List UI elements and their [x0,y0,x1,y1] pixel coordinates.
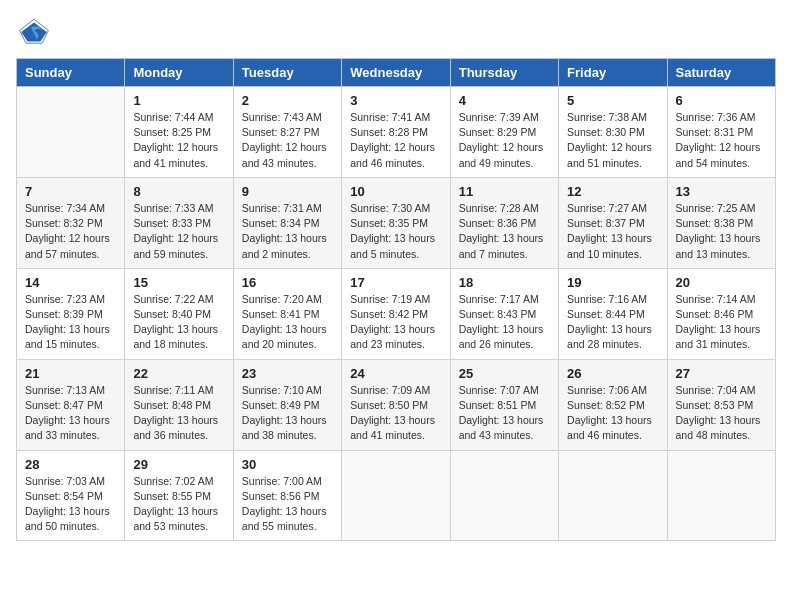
calendar-week-row: 14Sunrise: 7:23 AM Sunset: 8:39 PM Dayli… [17,268,776,359]
day-info: Sunrise: 7:34 AM Sunset: 8:32 PM Dayligh… [25,201,116,262]
day-info: Sunrise: 7:06 AM Sunset: 8:52 PM Dayligh… [567,383,658,444]
calendar-day-cell: 4Sunrise: 7:39 AM Sunset: 8:29 PM Daylig… [450,87,558,178]
day-number: 1 [133,93,224,108]
header-row: SundayMondayTuesdayWednesdayThursdayFrid… [17,59,776,87]
calendar-day-cell: 29Sunrise: 7:02 AM Sunset: 8:55 PM Dayli… [125,450,233,541]
day-info: Sunrise: 7:07 AM Sunset: 8:51 PM Dayligh… [459,383,550,444]
day-number: 22 [133,366,224,381]
day-info: Sunrise: 7:14 AM Sunset: 8:46 PM Dayligh… [676,292,767,353]
calendar-day-cell: 12Sunrise: 7:27 AM Sunset: 8:37 PM Dayli… [559,177,667,268]
day-number: 2 [242,93,333,108]
calendar-day-cell: 14Sunrise: 7:23 AM Sunset: 8:39 PM Dayli… [17,268,125,359]
day-number: 25 [459,366,550,381]
day-number: 15 [133,275,224,290]
weekday-header: Tuesday [233,59,341,87]
calendar-day-cell: 15Sunrise: 7:22 AM Sunset: 8:40 PM Dayli… [125,268,233,359]
page-header [16,16,776,48]
day-info: Sunrise: 7:38 AM Sunset: 8:30 PM Dayligh… [567,110,658,171]
logo-icon [18,16,50,48]
calendar-day-cell: 6Sunrise: 7:36 AM Sunset: 8:31 PM Daylig… [667,87,775,178]
day-number: 9 [242,184,333,199]
calendar-day-cell: 23Sunrise: 7:10 AM Sunset: 8:49 PM Dayli… [233,359,341,450]
day-number: 24 [350,366,441,381]
day-number: 4 [459,93,550,108]
day-info: Sunrise: 7:36 AM Sunset: 8:31 PM Dayligh… [676,110,767,171]
weekday-header: Friday [559,59,667,87]
day-info: Sunrise: 7:09 AM Sunset: 8:50 PM Dayligh… [350,383,441,444]
day-number: 21 [25,366,116,381]
calendar-day-cell: 18Sunrise: 7:17 AM Sunset: 8:43 PM Dayli… [450,268,558,359]
day-info: Sunrise: 7:17 AM Sunset: 8:43 PM Dayligh… [459,292,550,353]
day-number: 29 [133,457,224,472]
calendar-day-cell: 27Sunrise: 7:04 AM Sunset: 8:53 PM Dayli… [667,359,775,450]
day-info: Sunrise: 7:33 AM Sunset: 8:33 PM Dayligh… [133,201,224,262]
weekday-header: Saturday [667,59,775,87]
day-info: Sunrise: 7:43 AM Sunset: 8:27 PM Dayligh… [242,110,333,171]
day-number: 27 [676,366,767,381]
day-info: Sunrise: 7:20 AM Sunset: 8:41 PM Dayligh… [242,292,333,353]
day-number: 16 [242,275,333,290]
calendar-day-cell: 8Sunrise: 7:33 AM Sunset: 8:33 PM Daylig… [125,177,233,268]
day-info: Sunrise: 7:23 AM Sunset: 8:39 PM Dayligh… [25,292,116,353]
calendar-day-cell: 5Sunrise: 7:38 AM Sunset: 8:30 PM Daylig… [559,87,667,178]
day-number: 3 [350,93,441,108]
calendar-day-cell [17,87,125,178]
calendar-day-cell [559,450,667,541]
calendar-day-cell: 26Sunrise: 7:06 AM Sunset: 8:52 PM Dayli… [559,359,667,450]
day-number: 11 [459,184,550,199]
logo [16,16,50,48]
calendar-day-cell: 19Sunrise: 7:16 AM Sunset: 8:44 PM Dayli… [559,268,667,359]
calendar-week-row: 1Sunrise: 7:44 AM Sunset: 8:25 PM Daylig… [17,87,776,178]
calendar-day-cell: 24Sunrise: 7:09 AM Sunset: 8:50 PM Dayli… [342,359,450,450]
day-number: 30 [242,457,333,472]
calendar-day-cell: 9Sunrise: 7:31 AM Sunset: 8:34 PM Daylig… [233,177,341,268]
day-number: 23 [242,366,333,381]
day-info: Sunrise: 7:19 AM Sunset: 8:42 PM Dayligh… [350,292,441,353]
calendar-day-cell [667,450,775,541]
weekday-header: Monday [125,59,233,87]
day-number: 8 [133,184,224,199]
day-number: 7 [25,184,116,199]
calendar-week-row: 28Sunrise: 7:03 AM Sunset: 8:54 PM Dayli… [17,450,776,541]
calendar-day-cell: 28Sunrise: 7:03 AM Sunset: 8:54 PM Dayli… [17,450,125,541]
calendar-day-cell: 10Sunrise: 7:30 AM Sunset: 8:35 PM Dayli… [342,177,450,268]
day-info: Sunrise: 7:28 AM Sunset: 8:36 PM Dayligh… [459,201,550,262]
calendar-day-cell: 16Sunrise: 7:20 AM Sunset: 8:41 PM Dayli… [233,268,341,359]
day-info: Sunrise: 7:11 AM Sunset: 8:48 PM Dayligh… [133,383,224,444]
day-info: Sunrise: 7:25 AM Sunset: 8:38 PM Dayligh… [676,201,767,262]
calendar-day-cell: 30Sunrise: 7:00 AM Sunset: 8:56 PM Dayli… [233,450,341,541]
calendar-day-cell: 21Sunrise: 7:13 AM Sunset: 8:47 PM Dayli… [17,359,125,450]
day-number: 17 [350,275,441,290]
calendar-day-cell: 22Sunrise: 7:11 AM Sunset: 8:48 PM Dayli… [125,359,233,450]
day-info: Sunrise: 7:22 AM Sunset: 8:40 PM Dayligh… [133,292,224,353]
calendar-day-cell: 13Sunrise: 7:25 AM Sunset: 8:38 PM Dayli… [667,177,775,268]
calendar-day-cell: 2Sunrise: 7:43 AM Sunset: 8:27 PM Daylig… [233,87,341,178]
day-number: 6 [676,93,767,108]
calendar-day-cell [342,450,450,541]
day-info: Sunrise: 7:41 AM Sunset: 8:28 PM Dayligh… [350,110,441,171]
day-info: Sunrise: 7:03 AM Sunset: 8:54 PM Dayligh… [25,474,116,535]
day-number: 18 [459,275,550,290]
day-info: Sunrise: 7:13 AM Sunset: 8:47 PM Dayligh… [25,383,116,444]
day-number: 5 [567,93,658,108]
day-info: Sunrise: 7:44 AM Sunset: 8:25 PM Dayligh… [133,110,224,171]
weekday-header: Wednesday [342,59,450,87]
day-info: Sunrise: 7:10 AM Sunset: 8:49 PM Dayligh… [242,383,333,444]
day-number: 26 [567,366,658,381]
weekday-header: Thursday [450,59,558,87]
calendar-day-cell: 17Sunrise: 7:19 AM Sunset: 8:42 PM Dayli… [342,268,450,359]
day-info: Sunrise: 7:27 AM Sunset: 8:37 PM Dayligh… [567,201,658,262]
calendar-day-cell: 11Sunrise: 7:28 AM Sunset: 8:36 PM Dayli… [450,177,558,268]
calendar-week-row: 7Sunrise: 7:34 AM Sunset: 8:32 PM Daylig… [17,177,776,268]
day-info: Sunrise: 7:39 AM Sunset: 8:29 PM Dayligh… [459,110,550,171]
day-info: Sunrise: 7:00 AM Sunset: 8:56 PM Dayligh… [242,474,333,535]
day-number: 19 [567,275,658,290]
calendar-day-cell: 20Sunrise: 7:14 AM Sunset: 8:46 PM Dayli… [667,268,775,359]
day-number: 12 [567,184,658,199]
day-number: 13 [676,184,767,199]
day-info: Sunrise: 7:04 AM Sunset: 8:53 PM Dayligh… [676,383,767,444]
day-info: Sunrise: 7:31 AM Sunset: 8:34 PM Dayligh… [242,201,333,262]
day-number: 28 [25,457,116,472]
calendar-table: SundayMondayTuesdayWednesdayThursdayFrid… [16,58,776,541]
calendar-day-cell: 3Sunrise: 7:41 AM Sunset: 8:28 PM Daylig… [342,87,450,178]
